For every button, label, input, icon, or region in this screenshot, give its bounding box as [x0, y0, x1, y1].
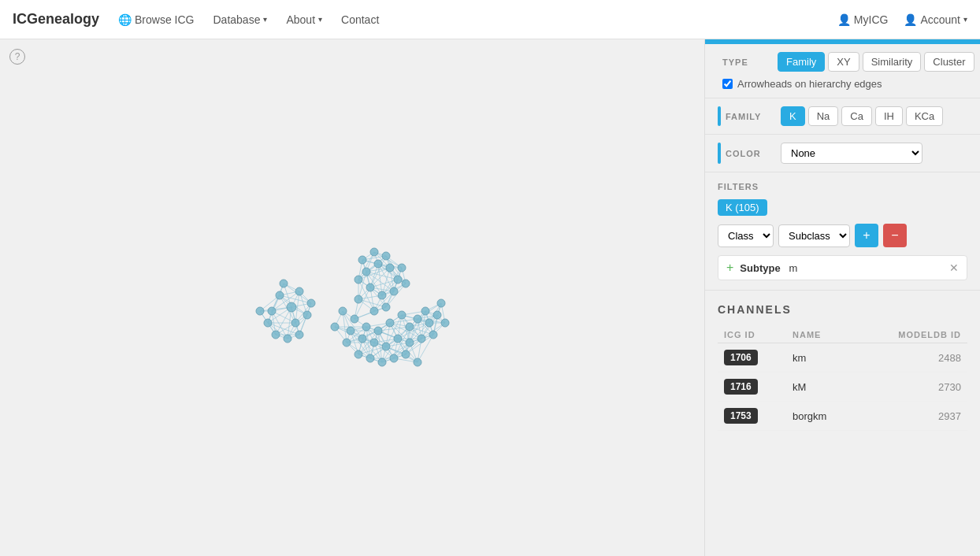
section-accent: [718, 106, 721, 126]
filter-row-name: Subtype m: [740, 262, 943, 274]
svg-point-295: [378, 291, 386, 299]
family-na-btn[interactable]: Na: [808, 106, 839, 126]
color-select[interactable]: None: [781, 143, 922, 164]
svg-point-320: [406, 339, 414, 347]
svg-line-120: [386, 284, 406, 307]
svg-point-298: [358, 256, 366, 264]
svg-point-329: [378, 358, 386, 366]
graph-area[interactable]: ?: [0, 39, 704, 556]
filter-add-button[interactable]: +: [855, 224, 878, 247]
svg-point-281: [268, 307, 276, 315]
filter-row-item: + Subtype m ✕: [718, 255, 967, 280]
family-ih-btn[interactable]: IH: [875, 106, 903, 126]
svg-point-323: [370, 339, 378, 347]
svg-point-303: [382, 303, 390, 311]
type-xy-btn[interactable]: XY: [828, 52, 859, 72]
channels-table: ICG ID NAME MODELDB ID 1706 km 2488 1716…: [718, 327, 967, 431]
type-row: TYPE Family XY Similarity Cluster: [722, 52, 974, 72]
table-row[interactable]: 1753 borgkm 2937: [718, 402, 967, 431]
name-cell: kM: [786, 373, 856, 402]
icg-id-cell: 1716: [718, 373, 786, 402]
svg-point-321: [394, 335, 402, 343]
account-link[interactable]: 👤 Account ▾: [904, 13, 967, 26]
svg-point-292: [386, 264, 394, 272]
type-label: TYPE: [722, 57, 770, 67]
arrowheads-label: Arrowheads on hierarchy edges: [737, 78, 882, 90]
svg-point-315: [433, 311, 441, 319]
type-btn-group: Family XY Similarity Cluster: [778, 52, 974, 72]
svg-point-279: [295, 287, 303, 295]
help-icon[interactable]: ?: [9, 49, 25, 65]
channels-title: CHANNELS: [718, 303, 967, 316]
svg-point-325: [347, 327, 355, 335]
svg-point-326: [343, 339, 351, 347]
main-layout: ? TYPE Family XY Similarity Cluster: [0, 39, 980, 556]
brand-logo[interactable]: ICGenealogy: [13, 11, 99, 28]
svg-point-331: [402, 350, 410, 358]
svg-point-332: [414, 358, 421, 366]
svg-point-317: [441, 319, 449, 327]
nav-about[interactable]: About ▾: [286, 13, 322, 26]
col-icg-id: ICG ID: [718, 327, 786, 343]
user-icon: 👤: [837, 13, 851, 26]
type-family-btn[interactable]: Family: [778, 52, 825, 72]
svg-point-291: [374, 260, 382, 268]
svg-point-290: [362, 268, 370, 276]
family-section: FAMILY K Na Ca IH KCa: [705, 98, 980, 135]
svg-point-278: [276, 291, 284, 299]
family-ca-btn[interactable]: Ca: [841, 106, 872, 126]
family-btn-group: K Na Ca IH KCa: [781, 106, 943, 126]
table-row[interactable]: 1716 kM 2730: [718, 373, 967, 402]
svg-point-277: [287, 302, 296, 312]
svg-point-301: [398, 264, 406, 272]
arrowheads-checkbox[interactable]: [722, 79, 733, 89]
filters-section: FILTERS K (105) Class Subclass + − + Sub…: [705, 172, 980, 291]
modeldb-id-cell: 2488: [856, 343, 967, 373]
family-kca-btn[interactable]: KCa: [906, 106, 943, 126]
modeldb-id-cell: 2937: [856, 402, 967, 431]
svg-point-309: [386, 319, 394, 327]
filters-label: FILTERS: [718, 182, 967, 191]
subclass-select[interactable]: Subclass: [778, 224, 850, 247]
name-cell: borgkm: [786, 402, 856, 431]
family-row: FAMILY K Na Ca IH KCa: [726, 106, 967, 126]
svg-point-289: [295, 331, 303, 339]
channels-section: CHANNELS ICG ID NAME MODELDB ID 1706 km …: [705, 291, 980, 443]
modeldb-id-cell: 2730: [856, 373, 967, 402]
filter-close-icon[interactable]: ✕: [949, 261, 959, 274]
icg-badge: 1716: [724, 379, 758, 395]
icg-badge: 1706: [724, 350, 758, 365]
filter-controls: Class Subclass + −: [718, 224, 967, 247]
svg-point-316: [437, 299, 445, 307]
svg-point-293: [394, 276, 402, 284]
table-row[interactable]: 1706 km 2488: [718, 343, 967, 373]
svg-point-308: [374, 327, 382, 335]
svg-point-294: [390, 287, 398, 295]
type-cluster-btn[interactable]: Cluster: [924, 52, 974, 72]
type-similarity-btn[interactable]: Similarity: [863, 52, 922, 72]
color-section: COLOR None: [705, 135, 980, 172]
filter-remove-button[interactable]: −: [883, 224, 907, 247]
nav-contact[interactable]: Contact: [341, 13, 379, 26]
svg-point-299: [370, 248, 378, 256]
icg-id-cell: 1753: [718, 402, 786, 431]
svg-point-300: [382, 252, 390, 260]
filter-plus-icon[interactable]: +: [726, 261, 733, 275]
navbar-right: 👤 MyICG 👤 Account ▾: [837, 13, 967, 26]
svg-point-314: [425, 319, 433, 327]
right-panel: TYPE Family XY Similarity Cluster Arrowh…: [704, 39, 980, 556]
nav-browse-icg[interactable]: 🌐 Browse ICG: [118, 13, 194, 26]
nav-database[interactable]: Database ▾: [213, 13, 268, 26]
svg-point-287: [272, 331, 280, 339]
filter-active-tag[interactable]: K (105): [718, 199, 767, 216]
svg-point-327: [355, 350, 362, 358]
svg-point-319: [418, 335, 425, 343]
family-k-btn[interactable]: K: [781, 106, 805, 126]
chevron-down-icon: ▾: [263, 15, 267, 24]
svg-point-312: [414, 315, 421, 323]
class-select[interactable]: Class: [718, 224, 774, 247]
my-icg-link[interactable]: 👤 MyICG: [837, 13, 889, 26]
svg-point-313: [421, 307, 429, 315]
svg-point-288: [284, 335, 291, 343]
chevron-down-icon: ▾: [318, 15, 322, 24]
